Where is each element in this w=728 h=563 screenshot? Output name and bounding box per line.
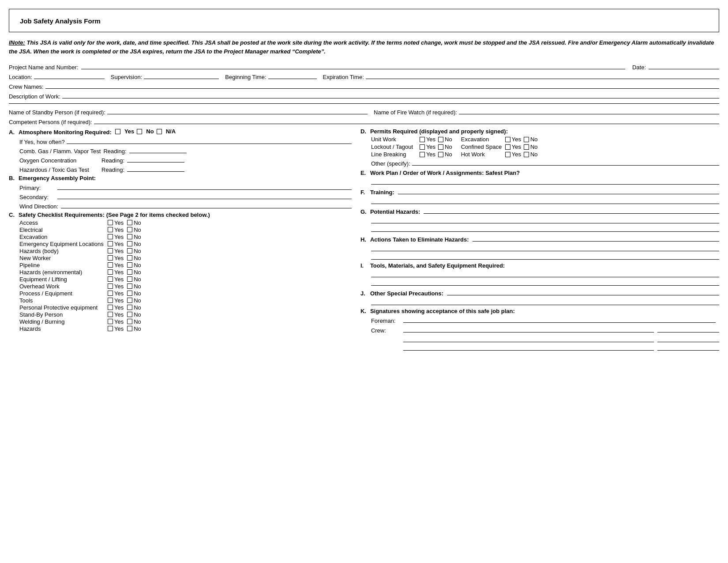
checkbox-he-yes[interactable]: [108, 269, 113, 275]
checkbox-tools-no[interactable]: [127, 298, 132, 303]
label-no-ow: No: [134, 283, 141, 290]
label-no-tools: No: [134, 297, 141, 304]
col-right: D. Permits Required (displayed and prope…: [357, 128, 719, 353]
checklist-excavation-label: Excavation: [19, 234, 108, 240]
section-a-title: Atmosphere Monitoring Required:: [19, 129, 112, 136]
section-k-title: Signatures showing acceptance of this sa…: [370, 308, 515, 314]
checkbox-hb-yes[interactable]: [108, 248, 113, 253]
checkbox-access-yes[interactable]: [108, 220, 113, 225]
checkbox-excavation-yes[interactable]: [108, 234, 113, 239]
checkbox-access-no[interactable]: [127, 220, 132, 225]
checkbox-dexc-yes[interactable]: [505, 137, 510, 142]
label-yes-elec: Yes: [114, 227, 124, 233]
checkbox-nw-no[interactable]: [127, 255, 132, 261]
checkbox-pe-no[interactable]: [127, 291, 132, 296]
other-specify-row: Other (specify):: [371, 159, 719, 167]
checkbox-uw-no[interactable]: [438, 137, 443, 142]
checklist-hazards: Hazards Yes No: [19, 325, 352, 332]
d-exc-label: Excavation: [461, 136, 505, 143]
checkbox-hb-no[interactable]: [127, 248, 132, 253]
checkbox-pe-yes[interactable]: [108, 291, 113, 296]
checkbox-hw-no[interactable]: [524, 152, 529, 157]
if-yes-label: If Yes, how often?: [19, 139, 65, 145]
section-e: E. Work Plan / Order of Work / Assignmen…: [360, 170, 719, 185]
checkbox-el-yes[interactable]: [108, 276, 113, 282]
i-line-2: [371, 279, 719, 286]
checkbox-a-na[interactable]: [157, 129, 162, 134]
checkbox-lb-yes[interactable]: [420, 152, 425, 157]
label-no-hb: No: [134, 248, 141, 254]
checkbox-wb-yes[interactable]: [108, 319, 113, 324]
section-d-title: Permits Required (displayed and properly…: [370, 128, 508, 135]
checkbox-ppe-yes[interactable]: [108, 305, 113, 310]
location-line: [34, 72, 105, 79]
section-a-header: A. Atmosphere Monitoring Required: Yes N…: [9, 128, 352, 136]
competent-line: [94, 117, 719, 124]
checkbox-pl-yes[interactable]: [108, 262, 113, 268]
section-d-header: D. Permits Required (displayed and prope…: [360, 128, 719, 135]
label-no-lb: No: [445, 151, 452, 158]
checkbox-sbp-yes[interactable]: [108, 312, 113, 317]
label-no-hw: No: [530, 151, 538, 158]
two-col-layout: A. Atmosphere Monitoring Required: Yes N…: [9, 128, 719, 353]
checkbox-electrical-yes[interactable]: [108, 227, 113, 232]
checkbox-haz-no[interactable]: [127, 326, 132, 331]
sig-crew-row-2: [371, 335, 719, 342]
checkbox-a-yes[interactable]: [115, 129, 120, 134]
label-no-ppe: No: [134, 304, 141, 311]
checkbox-uw-yes[interactable]: [420, 137, 425, 142]
section-j-title: Other Special Precautions:: [370, 290, 443, 297]
desc-line: [62, 91, 719, 98]
sig-crew-line-3b: [657, 344, 719, 351]
checkbox-excavation-no[interactable]: [127, 234, 132, 239]
checkbox-nw-yes[interactable]: [108, 255, 113, 261]
label-no-wb: No: [134, 318, 141, 325]
checklist-access: Access Yes No: [19, 219, 352, 226]
label-yes-pl: Yes: [114, 262, 124, 268]
if-yes-row: If Yes, how often?: [19, 137, 352, 145]
checkbox-cs-yes[interactable]: [505, 144, 510, 150]
section-d: D. Permits Required (displayed and prope…: [360, 128, 719, 167]
sig-foreman-line: [403, 316, 716, 323]
label-no-elec: No: [134, 227, 141, 233]
checkbox-el-no[interactable]: [127, 276, 132, 282]
checkbox-eel-no[interactable]: [127, 241, 132, 246]
checkbox-wb-no[interactable]: [127, 319, 132, 324]
checkbox-lt-yes[interactable]: [420, 144, 425, 150]
checkbox-lb-no[interactable]: [438, 152, 443, 157]
checklist-electrical: Electrical Yes No: [19, 227, 352, 233]
checkbox-ow-no[interactable]: [127, 283, 132, 289]
checkbox-haz-yes[interactable]: [108, 326, 113, 331]
checkbox-ppe-no[interactable]: [127, 305, 132, 310]
checklist-hazards-env-label: Hazards (environmental): [19, 269, 108, 276]
checkbox-lt-no[interactable]: [438, 144, 443, 150]
checkbox-cs-no[interactable]: [524, 144, 529, 150]
checklist-new-worker-label: New Worker: [19, 255, 108, 261]
section-e-row: E. Work Plan / Order of Work / Assignmen…: [360, 170, 719, 176]
section-g-letter: G.: [360, 208, 368, 215]
col-left: A. Atmosphere Monitoring Required: Yes N…: [9, 128, 357, 333]
label-no-pl: No: [134, 262, 141, 268]
checkbox-pl-no[interactable]: [127, 262, 132, 268]
assembly-secondary-line: [57, 192, 352, 199]
section-g-title: Potential Hazards:: [370, 208, 420, 215]
checkbox-eel-yes[interactable]: [108, 241, 113, 246]
checkbox-tools-yes[interactable]: [108, 298, 113, 303]
competent-row: Competent Persons (if required):: [9, 117, 719, 125]
label-no-haz: No: [134, 325, 141, 332]
section-h-row: H. Actions Taken to Eliminate Hazards:: [360, 234, 719, 243]
checkbox-he-no[interactable]: [127, 269, 132, 275]
checkbox-electrical-no[interactable]: [127, 227, 132, 232]
f-line: [398, 187, 719, 194]
checkbox-a-no[interactable]: [137, 129, 142, 134]
checklist-new-worker: New Worker Yes No: [19, 255, 352, 261]
checkbox-hw-yes[interactable]: [505, 152, 510, 157]
checkbox-ow-yes[interactable]: [108, 283, 113, 289]
checklist-hazards-env: Hazards (environmental) Yes No: [19, 269, 352, 276]
label-yes-ppe: Yes: [114, 304, 124, 311]
checkbox-sbp-no[interactable]: [127, 312, 132, 317]
label-yes-a: Yes: [124, 128, 134, 135]
label-yes-nw: Yes: [114, 255, 124, 261]
checkbox-dexc-no[interactable]: [524, 137, 529, 142]
assembly-primary-line: [57, 183, 352, 190]
